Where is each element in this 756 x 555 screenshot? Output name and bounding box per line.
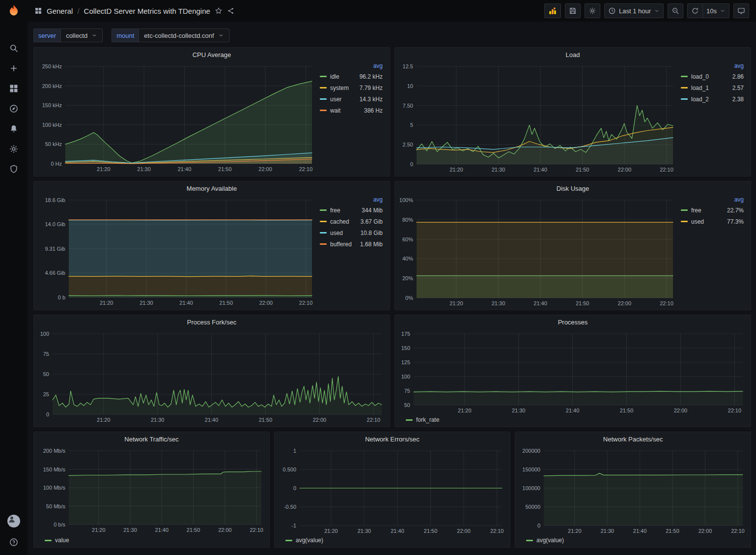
- panel-title-memory-available[interactable]: Memory Available: [34, 181, 390, 195]
- user-avatar[interactable]: [7, 515, 20, 527]
- legend-item-avg(value)[interactable]: avg(value): [526, 537, 564, 544]
- panel-title-disk-usage[interactable]: Disk Usage: [395, 181, 751, 195]
- save-dashboard-button[interactable]: [565, 3, 581, 18]
- variable-mount-dropdown[interactable]: etc-collectd-collectd.conf: [139, 29, 229, 42]
- svg-text:100 Mb/s: 100 Mb/s: [43, 485, 66, 491]
- svg-text:150: 150: [401, 345, 410, 351]
- chart-network-errors[interactable]: 21:2021:3021:4021:5022:0022:10-1-0.5000.…: [277, 446, 508, 536]
- refresh-button[interactable]: [687, 3, 702, 18]
- chart-load[interactable]: 21:2021:3021:4021:5022:0022:1002.5057.50…: [397, 61, 679, 175]
- explore-compass-icon[interactable]: [9, 104, 19, 114]
- svg-text:20%: 20%: [402, 275, 413, 281]
- legend-item-fork_rate[interactable]: fork_rate: [406, 416, 439, 423]
- svg-text:21:20: 21:20: [100, 300, 113, 306]
- legend-item-load_0[interactable]: load_02.86: [681, 71, 744, 82]
- series-name: free: [691, 207, 701, 214]
- chart-process-fork[interactable]: 21:2021:3021:4021:5022:0022:100255075100: [36, 329, 388, 426]
- series-color-dash: [320, 232, 327, 234]
- panel-process-fork: Process Fork/sec 21:2021:3021:4021:5022:…: [33, 315, 390, 427]
- legend-stat-header: avg: [320, 196, 383, 203]
- time-range-picker[interactable]: Last 1 hour: [604, 3, 664, 18]
- variable-server-dropdown[interactable]: collectd: [60, 29, 103, 42]
- panel-title-processes[interactable]: Processes: [395, 315, 751, 329]
- chart-cpu-average[interactable]: 21:2021:3021:4021:5022:0022:100 Hz50 kHz…: [36, 61, 318, 175]
- svg-text:21:40: 21:40: [533, 300, 547, 306]
- legend-item-used[interactable]: used77.3%: [681, 216, 744, 227]
- legend-item-free[interactable]: free22.7%: [681, 204, 744, 216]
- legend-item-value[interactable]: value: [45, 537, 69, 544]
- panel-title-load[interactable]: Load: [395, 48, 751, 61]
- refresh-interval-dropdown[interactable]: 10s: [702, 3, 729, 18]
- time-range-label: Last 1 hour: [619, 7, 651, 15]
- svg-text:22:00: 22:00: [699, 528, 712, 534]
- sidebar-bottom: [7, 515, 20, 547]
- search-icon[interactable]: [9, 43, 19, 53]
- svg-text:50 Mb/s: 50 Mb/s: [46, 503, 66, 509]
- svg-text:21:40: 21:40: [533, 167, 547, 173]
- panel-title-cpu-average[interactable]: CPU Average: [34, 48, 390, 61]
- svg-text:200 Mb/s: 200 Mb/s: [43, 448, 66, 454]
- svg-text:21:50: 21:50: [424, 528, 438, 534]
- series-color-dash: [45, 540, 52, 541]
- dashboard-settings-button[interactable]: [585, 3, 600, 18]
- svg-text:21:30: 21:30: [137, 166, 151, 172]
- sidebar: [0, 0, 28, 555]
- breadcrumb-folder[interactable]: General: [47, 7, 73, 15]
- series-color-dash: [681, 98, 688, 100]
- legend-item-used[interactable]: used10.8 Gib: [320, 227, 383, 238]
- legend-item-avg(value)[interactable]: avg(value): [285, 537, 323, 544]
- legend-item-load_2[interactable]: load_22.38: [681, 93, 744, 105]
- legend-item-free[interactable]: free344 Mib: [320, 204, 383, 216]
- refresh-button-group: 10s: [687, 3, 729, 18]
- panel-title-network-packets[interactable]: Network Packets/sec: [515, 432, 751, 446]
- alerting-bell-icon[interactable]: [9, 124, 19, 134]
- legend-stat-header: avg: [681, 196, 744, 203]
- chart-network-packets[interactable]: 21:2021:3021:4021:5022:0022:100500001000…: [517, 446, 749, 536]
- legend-item-load_1[interactable]: load_12.57: [681, 82, 744, 93]
- svg-text:175: 175: [401, 331, 410, 337]
- cycle-view-mode-button[interactable]: [733, 3, 749, 18]
- series-color-dash: [681, 209, 688, 211]
- configuration-gear-icon[interactable]: [9, 144, 19, 154]
- create-plus-icon[interactable]: [9, 63, 19, 73]
- series-color-dash: [406, 419, 413, 421]
- server-admin-shield-icon[interactable]: [9, 164, 19, 174]
- svg-text:21:30: 21:30: [140, 300, 153, 306]
- breadcrumb-separator: /: [77, 7, 79, 15]
- series-name: used: [691, 218, 704, 225]
- grafana-logo-icon[interactable]: [6, 4, 21, 21]
- legend-item-system[interactable]: system7.79 kHz: [320, 82, 383, 93]
- legend-network-traffic: value: [36, 536, 267, 546]
- zoom-out-button[interactable]: [668, 3, 683, 18]
- legend-item-wait[interactable]: wait386 Hz: [320, 105, 383, 116]
- navbar-actions: Last 1 hour 10s: [544, 3, 749, 18]
- chart-processes[interactable]: 21:2021:3021:4021:5022:0022:105075100125…: [397, 329, 749, 416]
- star-icon[interactable]: [215, 7, 223, 15]
- chart-network-traffic[interactable]: 21:2021:3021:4021:5022:0022:100 b/s50 Mb…: [36, 446, 267, 536]
- legend-item-buffered[interactable]: buffered1.68 Mib: [320, 238, 383, 250]
- legend-item-cached[interactable]: cached3.67 Gib: [320, 216, 383, 227]
- chevron-down-icon: [654, 8, 660, 14]
- svg-text:22:10: 22:10: [728, 408, 742, 413]
- series-name: free: [330, 207, 340, 214]
- svg-text:9.31 Gib: 9.31 Gib: [45, 246, 65, 252]
- share-icon[interactable]: [227, 7, 235, 15]
- breadcrumb-dashboard-title[interactable]: CollectD Server Metrics with TDengine: [84, 7, 210, 15]
- help-icon[interactable]: [9, 537, 19, 547]
- legend-item-user[interactable]: user14.3 kHz: [320, 93, 383, 105]
- series-color-dash: [681, 76, 688, 77]
- add-panel-button[interactable]: [544, 3, 561, 18]
- svg-text:22:00: 22:00: [674, 408, 688, 413]
- panel-title-network-errors[interactable]: Network Errors/sec: [275, 432, 510, 446]
- panel-title-network-traffic[interactable]: Network Traffic/sec: [34, 432, 269, 446]
- panel-title-process-fork[interactable]: Process Fork/sec: [34, 315, 390, 329]
- svg-text:150 kHz: 150 kHz: [42, 102, 62, 108]
- svg-text:22:00: 22:00: [258, 166, 272, 172]
- svg-text:21:40: 21:40: [566, 408, 580, 413]
- chart-disk-usage[interactable]: 21:2021:3021:4021:5022:0022:100%20%40%60…: [397, 195, 679, 309]
- legend-item-idle[interactable]: idle96.2 kHz: [320, 71, 383, 82]
- dashboards-grid-icon[interactable]: [9, 84, 19, 93]
- variable-server-label: server: [33, 29, 60, 42]
- chart-memory-available[interactable]: 21:2021:3021:4021:5022:0022:100 b4.66 Gi…: [36, 195, 318, 309]
- svg-text:21:40: 21:40: [633, 528, 647, 534]
